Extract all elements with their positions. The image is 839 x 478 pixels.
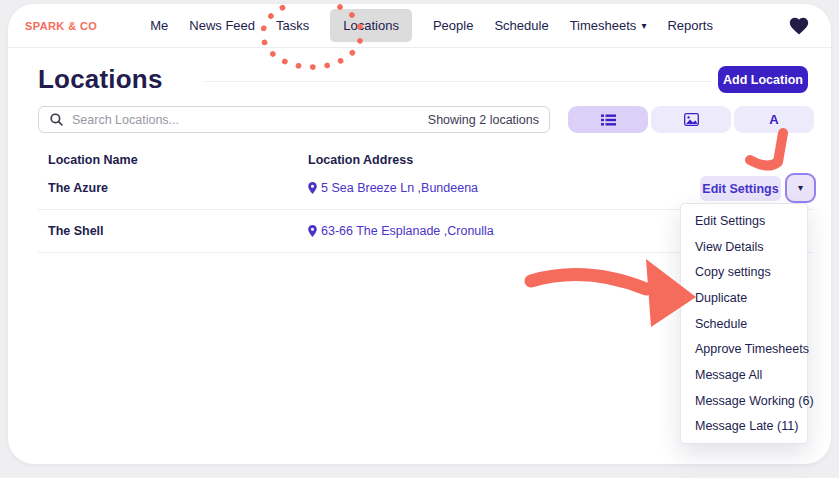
location-address-link[interactable]: 63-66 The Esplanade ,Cronulla — [308, 224, 494, 238]
row-actions-caret-button[interactable]: ▾ — [785, 173, 816, 203]
header-divider — [204, 81, 712, 82]
add-location-button[interactable]: Add Location — [718, 66, 808, 93]
list-view-toggle[interactable] — [568, 106, 648, 133]
location-name: The Shell — [48, 224, 104, 238]
column-header-location-name: Location Name — [48, 153, 138, 167]
top-navbar: SPARK & CO Me News Feed Tasks Locations … — [8, 4, 831, 48]
column-header-location-address: Location Address — [308, 153, 413, 167]
nav-item-me[interactable]: Me — [150, 18, 168, 33]
nav-item-people[interactable]: People — [433, 18, 473, 33]
favorites-heart-button[interactable] — [787, 15, 811, 37]
gallery-view-toggle[interactable] — [651, 106, 731, 133]
search-input[interactable] — [72, 113, 419, 127]
app-window: SPARK & CO Me News Feed Tasks Locations … — [8, 4, 831, 464]
list-view-icon — [601, 114, 616, 126]
menu-item-message-working[interactable]: Message Working (6) — [681, 388, 807, 414]
location-address-link[interactable]: 5 Sea Breeze Ln ,Bundeena — [308, 181, 478, 195]
nav-item-locations[interactable]: Locations — [330, 9, 412, 42]
location-address-text: 5 Sea Breeze Ln ,Bundeena — [321, 181, 478, 195]
nav-item-schedule[interactable]: Schedule — [494, 18, 548, 33]
menu-item-edit-settings[interactable]: Edit Settings — [681, 208, 807, 234]
result-count-label: Showing 2 locations — [428, 113, 539, 127]
page-background: SPARK & CO Me News Feed Tasks Locations … — [0, 0, 839, 478]
location-name: The Azure — [48, 181, 108, 195]
nav-item-timesheets[interactable]: Timesheets ▾ — [570, 18, 647, 33]
location-address-text: 63-66 The Esplanade ,Cronulla — [321, 224, 494, 238]
map-pin-icon — [308, 225, 317, 237]
search-bar: Showing 2 locations — [38, 106, 550, 133]
brand-logo: SPARK & CO — [25, 20, 97, 32]
edit-settings-button[interactable]: Edit Settings — [700, 176, 781, 201]
row-actions-dropdown-menu: Edit Settings View Details Copy settings… — [680, 203, 808, 444]
heart-icon — [787, 15, 811, 37]
menu-item-message-late[interactable]: Message Late (11) — [681, 413, 807, 439]
menu-item-schedule[interactable]: Schedule — [681, 311, 807, 337]
chevron-down-icon: ▾ — [641, 21, 646, 31]
menu-item-approve-timesheets[interactable]: Approve Timesheets — [681, 336, 807, 362]
caret-down-icon: ▾ — [798, 183, 803, 193]
menu-item-view-details[interactable]: View Details — [681, 234, 807, 260]
map-view-toggle[interactable]: A — [734, 106, 814, 133]
nav-item-timesheets-label: Timesheets — [570, 18, 637, 33]
page-title: Locations — [38, 64, 163, 95]
nav-item-news-feed[interactable]: News Feed — [189, 18, 255, 33]
search-icon — [50, 113, 63, 126]
menu-item-copy-settings[interactable]: Copy settings — [681, 259, 807, 285]
nav-item-reports[interactable]: Reports — [667, 18, 713, 33]
menu-item-duplicate[interactable]: Duplicate — [681, 285, 807, 311]
menu-item-message-all[interactable]: Message All — [681, 362, 807, 388]
nav-item-tasks[interactable]: Tasks — [276, 18, 309, 33]
gallery-view-icon — [684, 113, 699, 126]
map-pin-icon — [308, 182, 317, 194]
map-view-icon: A — [769, 112, 778, 127]
